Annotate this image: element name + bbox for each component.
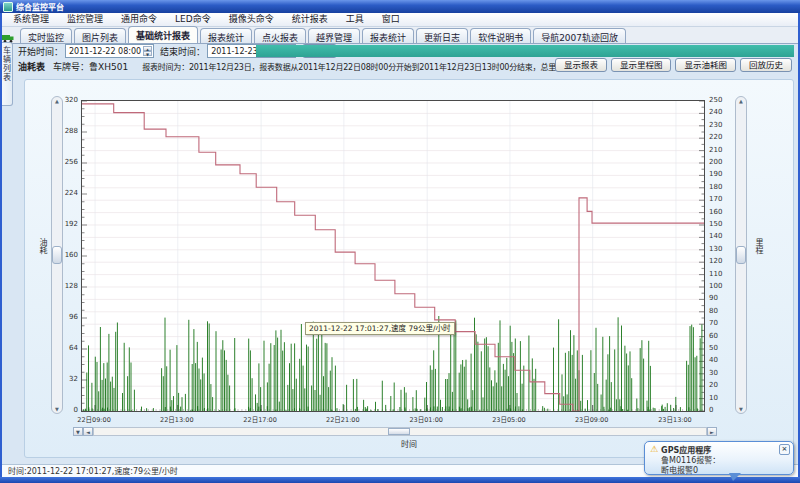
right-axis-tick: 140 [709, 232, 731, 240]
notification-header: ⚠ GPS应用程序 × [645, 442, 793, 455]
left-axis-tick: 96 [60, 313, 78, 321]
left-axis-tick: 160 [60, 251, 78, 259]
tab-5[interactable]: 点火报表 [254, 28, 306, 43]
notification-body: 鲁M0116报警： 断电报警0 [645, 455, 793, 476]
tab-7[interactable]: 报表统计 [362, 28, 414, 43]
left-axis-tick: 224 [60, 189, 78, 197]
tab-strip: 实时监控图片列表基础统计报表报表统计点火报表越界管理报表统计更新日志软件说明书导… [0, 27, 800, 44]
right-axis-tick: 240 [709, 108, 731, 116]
report-button-4[interactable]: 回放历史 [740, 58, 792, 72]
chart-tooltip: 2011-12-22 17:01:27,速度 79公里/小时 [305, 322, 455, 335]
right-slider-thumb[interactable] [736, 246, 746, 264]
left-axis-tick: 128 [60, 282, 78, 290]
right-axis-tick: 0 [709, 406, 731, 414]
chart-h-scrollbar[interactable]: ▼ ◄ ► [73, 427, 717, 436]
right-axis-tick: 100 [709, 282, 731, 290]
right-axis-tick: 50 [709, 344, 731, 352]
window-border-left [0, 13, 2, 477]
report-button-3[interactable]: 显示油耗图 [675, 58, 736, 72]
start-time-label: 开始时间： [18, 45, 63, 58]
right-axis-tick: 110 [709, 270, 731, 278]
x-axis-tick: 23日09:00 [562, 414, 622, 424]
x-axis-tick: 23日13:00 [645, 414, 705, 424]
report-type-label: 油耗表 [18, 60, 45, 73]
app-icon [3, 2, 13, 12]
right-axis-tick: 120 [709, 257, 731, 265]
left-axis-tick: 256 [60, 158, 78, 166]
scrollbar-right-icon[interactable]: ► [707, 427, 717, 436]
report-button-1[interactable]: 显示报表 [555, 58, 607, 72]
start-time-input[interactable]: 2011-12-22 08:00 ▲ ▼ [65, 44, 154, 58]
right-axis-tick: 130 [709, 245, 731, 253]
spinner-down-icon[interactable]: ▼ [143, 51, 152, 56]
right-axis-tick: 80 [709, 307, 731, 315]
right-axis-tick: 10 [709, 394, 731, 402]
scrollbar-thumb[interactable] [388, 428, 410, 435]
right-axis-tick: 40 [709, 356, 731, 364]
report-button-2[interactable]: 显示里程图 [611, 58, 672, 72]
right-axis-title: 里程 [753, 238, 764, 254]
report-summary: 报表时间为：2011年12月23日，报表数据从2011年12月22日08时00分… [142, 61, 604, 72]
tab-1[interactable]: 实时监控 [20, 28, 72, 43]
left-axis-tick: 0 [60, 406, 78, 414]
slider-up-icon[interactable]: ▲ [739, 98, 743, 104]
slider-down-icon[interactable]: ▼ [55, 406, 59, 412]
tab-9[interactable]: 软件说明书 [470, 28, 531, 43]
tab-10[interactable]: 导航2007轨迹回放 [533, 28, 626, 43]
right-axis-tick: 180 [709, 183, 731, 191]
right-axis-tick: 70 [709, 319, 731, 327]
right-axis-tick: 30 [709, 369, 731, 377]
left-axis-tick: 192 [60, 220, 78, 228]
window-title: 综合监控平台 [16, 1, 64, 12]
left-axis-tick: 320 [60, 96, 78, 104]
x-axis-tick: 22日21:00 [313, 414, 373, 424]
download-progress-bar [256, 45, 794, 57]
chart-canvas [82, 101, 704, 411]
right-axis-tick: 150 [709, 220, 731, 228]
right-axis-tick: 90 [709, 294, 731, 302]
notification-balloon: ⚠ GPS应用程序 × 鲁M0116报警： 断电报警0 [644, 441, 794, 475]
notification-line2: 断电报警0 [661, 466, 789, 476]
status-text: 时间:2011-12-22 17:01:27,速度:79公里/小时 [8, 467, 178, 476]
right-axis-tick: 20 [709, 381, 731, 389]
tab-6[interactable]: 越界管理 [308, 28, 360, 43]
end-time-label: 结束时间： [160, 45, 205, 58]
scrollbar-left-icon[interactable]: ◄ [83, 427, 93, 436]
right-axis-tick: 160 [709, 208, 731, 216]
tab-8[interactable]: 更新日志 [416, 28, 468, 43]
slider-up-icon[interactable]: ▲ [55, 98, 59, 104]
window-border-bottom [0, 477, 800, 483]
tab-4[interactable]: 报表统计 [200, 28, 252, 43]
titlebar: 综合监控平台 [0, 0, 800, 13]
start-time-value: 2011-12-22 08:00 [69, 47, 141, 56]
app-window: 综合监控平台 系统管理监控管理通用命令LED命令摄像头命令统计报表工具窗口 实时… [0, 0, 800, 483]
left-axis-tick: 32 [60, 375, 78, 383]
x-axis-tick: 22日13:00 [147, 414, 207, 424]
plate-number-label: 车牌号：鲁XH501 [53, 60, 128, 73]
left-axis-tick: 288 [60, 127, 78, 135]
plot-area[interactable]: 2011-12-22 17:01:27,速度 79公里/小时 [81, 100, 705, 412]
balloon-tail [729, 473, 741, 481]
notification-title: GPS应用程序 [661, 444, 711, 455]
right-axis-tick: 210 [709, 146, 731, 154]
right-axis-tick: 60 [709, 332, 731, 340]
left-axis-title: 油耗 [37, 238, 48, 254]
x-axis-tick: 23日01:00 [396, 414, 456, 424]
x-axis-tick: 23日05:00 [479, 414, 539, 424]
tab-2[interactable]: 图片列表 [74, 28, 126, 43]
right-axis-tick: 170 [709, 195, 731, 203]
notification-close-button[interactable]: × [779, 444, 790, 455]
tab-3[interactable]: 基础统计报表 [128, 26, 198, 43]
left-axis-tick: 64 [60, 344, 78, 352]
x-axis-tick: 22日09:00 [64, 414, 124, 424]
right-axis-tick: 190 [709, 170, 731, 178]
scrollbar-dropdown-icon[interactable]: ▼ [73, 427, 83, 436]
slider-down-icon[interactable]: ▼ [739, 406, 743, 412]
scrollbar-track[interactable] [93, 427, 707, 436]
x-axis-tick: 22日17:00 [230, 414, 290, 424]
right-axis-tick: 250 [709, 96, 731, 104]
notification-line1: 鲁M0116报警： [661, 456, 789, 466]
start-time-spinner[interactable]: ▲ ▼ [143, 46, 152, 56]
right-axis-slider[interactable]: ▲ ▼ [735, 96, 747, 414]
warning-icon: ⚠ [650, 445, 658, 454]
